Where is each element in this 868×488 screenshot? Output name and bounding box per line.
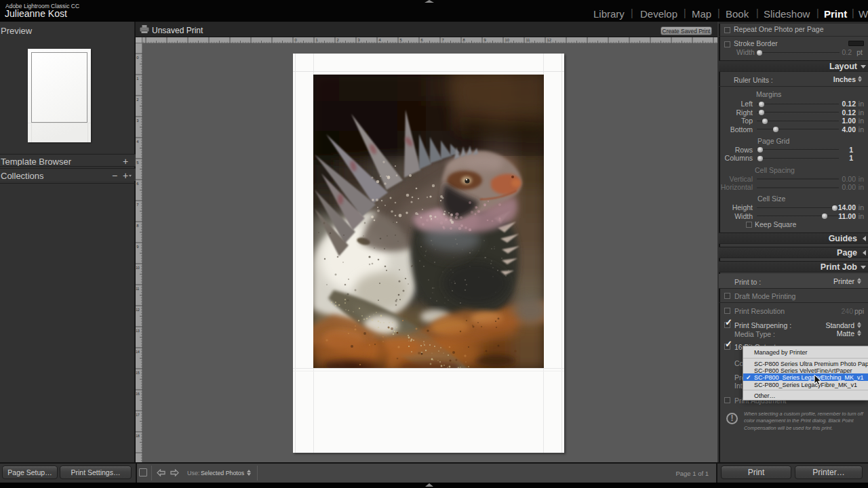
svg-text:9: 9: [136, 245, 138, 249]
svg-text:5: 5: [400, 38, 402, 42]
svg-text:6: 6: [421, 38, 423, 42]
svg-text:9: 9: [484, 38, 486, 42]
svg-text:6: 6: [136, 182, 138, 186]
svg-text:7: 7: [442, 38, 444, 42]
svg-text:15: 15: [136, 371, 140, 375]
svg-text:10: 10: [505, 38, 509, 42]
svg-text:16: 16: [136, 392, 140, 396]
svg-text:12: 12: [547, 38, 551, 42]
svg-text:2: 2: [337, 38, 339, 42]
svg-text:3: 3: [136, 119, 138, 123]
svg-text:10: 10: [136, 266, 140, 270]
svg-text:14: 14: [136, 350, 140, 354]
svg-text:11: 11: [136, 287, 139, 291]
svg-text:8: 8: [463, 38, 465, 42]
svg-text:2: 2: [136, 98, 138, 102]
svg-text:0: 0: [295, 38, 297, 42]
svg-text:8: 8: [136, 224, 138, 228]
svg-text:0: 0: [136, 56, 138, 60]
svg-text:11: 11: [526, 38, 530, 42]
svg-text:7: 7: [136, 203, 138, 207]
svg-text:5: 5: [136, 161, 138, 165]
svg-text:12: 12: [136, 308, 140, 312]
svg-text:1: 1: [316, 38, 318, 42]
svg-text:17: 17: [136, 413, 140, 417]
svg-text:1: 1: [136, 77, 138, 81]
svg-text:3: 3: [358, 38, 360, 42]
svg-text:18: 18: [136, 434, 140, 438]
svg-text:13: 13: [136, 329, 140, 333]
